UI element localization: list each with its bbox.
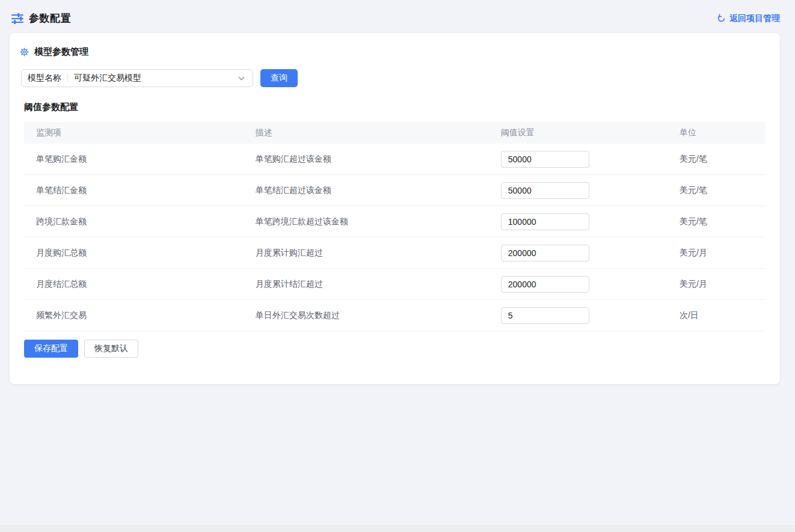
threshold-input[interactable] [501, 151, 589, 168]
column-header-unit: 单位 [680, 127, 766, 138]
select-label: 模型名称 [28, 73, 61, 84]
threshold-input[interactable] [501, 276, 589, 293]
cell-item: 跨境汇款金额 [24, 216, 256, 227]
topbar: 参数配置 返回项目管理 [0, 0, 795, 33]
sliders-icon [11, 13, 23, 24]
threshold-table: 监测项 描述 阈值设置 单位 单笔购汇金额 单笔购汇超过该金额 美元/笔 单笔结… [24, 122, 766, 331]
cell-desc: 月度累计结汇超过 [256, 279, 501, 290]
cell-item: 频繁外汇交易 [24, 310, 256, 321]
query-button[interactable]: 查询 [260, 69, 298, 87]
undo-arrow-icon [717, 14, 726, 23]
table-row: 单笔购汇金额 单笔购汇超过该金额 美元/笔 [24, 144, 766, 175]
section-title: 模型参数管理 [34, 46, 88, 58]
cell-desc: 单笔购汇超过该金额 [256, 154, 501, 165]
table-title: 阈值参数配置 [24, 102, 766, 113]
column-header-value: 阈值设置 [501, 127, 680, 138]
cell-unit: 次/日 [680, 310, 766, 321]
back-to-projects-link[interactable]: 返回项目管理 [717, 13, 780, 24]
table-row: 频繁外汇交易 单日外汇交易次数超过 次/日 [24, 300, 766, 331]
threshold-input[interactable] [501, 182, 589, 199]
model-name-select[interactable]: 模型名称 可疑外汇交易模型 [21, 69, 253, 87]
cell-desc: 单笔跨境汇款超过该金额 [256, 216, 501, 227]
filter-row: 模型名称 可疑外汇交易模型 查询 [21, 69, 766, 87]
threshold-input[interactable] [501, 307, 589, 324]
table-header-row: 监测项 描述 阈值设置 单位 [24, 122, 766, 144]
gear-icon [20, 47, 29, 57]
chevron-down-icon [238, 75, 245, 82]
select-selected-value: 可疑外汇交易模型 [74, 73, 232, 84]
column-header-desc: 描述 [256, 127, 501, 138]
cell-unit: 美元/笔 [680, 185, 766, 196]
table-row: 月度购汇总额 月度累计购汇超过 美元/月 [24, 237, 766, 269]
footer-strip [0, 525, 795, 532]
cell-unit: 美元/月 [680, 279, 766, 290]
cell-unit: 美元/笔 [680, 216, 766, 227]
back-link-label: 返回项目管理 [729, 13, 780, 24]
cell-item: 月度购汇总额 [24, 248, 256, 258]
table-row: 月度结汇总额 月度累计结汇超过 美元/月 [24, 269, 766, 300]
cell-item: 单笔结汇金额 [24, 185, 256, 196]
save-config-button[interactable]: 保存配置 [24, 340, 78, 358]
threshold-input[interactable] [501, 213, 589, 230]
cell-unit: 美元/月 [680, 248, 766, 258]
table-row: 单笔结汇金额 单笔结汇超过该金额 美元/笔 [24, 175, 766, 206]
select-divider [67, 74, 68, 82]
table-row: 跨境汇款金额 单笔跨境汇款超过该金额 美元/笔 [24, 206, 766, 237]
cell-item: 月度结汇总额 [24, 279, 256, 290]
column-header-item: 监测项 [24, 127, 256, 138]
section-head: 模型参数管理 [20, 46, 766, 58]
page-title: 参数配置 [29, 11, 71, 25]
table-body: 单笔购汇金额 单笔购汇超过该金额 美元/笔 单笔结汇金额 单笔结汇超过该金额 美… [24, 144, 766, 331]
cell-desc: 月度累计购汇超过 [256, 248, 501, 258]
actions-row: 保存配置 恢复默认 [24, 340, 766, 358]
cell-desc: 单笔结汇超过该金额 [256, 185, 501, 196]
model-parameter-card: 模型参数管理 模型名称 可疑外汇交易模型 查询 阈值参数配置 监测项 描述 阈值… [10, 33, 780, 384]
restore-default-button[interactable]: 恢复默认 [84, 340, 138, 358]
cell-unit: 美元/笔 [680, 154, 766, 165]
threshold-input[interactable] [501, 245, 589, 261]
cell-desc: 单日外汇交易次数超过 [256, 310, 501, 321]
cell-item: 单笔购汇金额 [24, 154, 256, 165]
